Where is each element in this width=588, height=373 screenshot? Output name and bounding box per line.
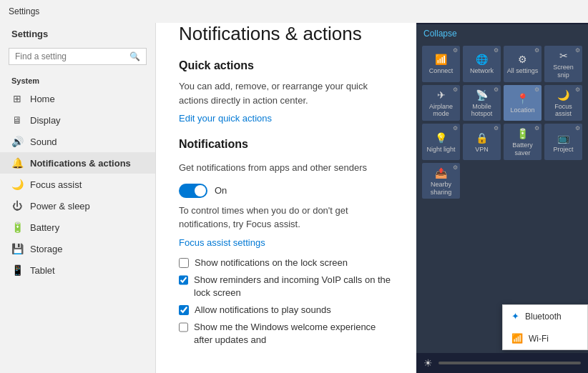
tile-settings-icon: ⚙ — [575, 86, 580, 93]
tile-settings-icon: ⚙ — [534, 86, 539, 93]
sound-icon: 🔊 — [11, 136, 23, 147]
search-input[interactable] — [15, 51, 129, 61]
sounds-checkbox[interactable] — [179, 305, 189, 315]
lock-screen-checkbox[interactable] — [179, 258, 189, 268]
sidebar-item-label: Tablet — [30, 265, 55, 276]
tile-hotspot[interactable]: ⚙ 📡 Mobile hotspot — [463, 85, 501, 121]
notifications-icon: 🔔 — [11, 157, 23, 169]
storage-icon: 💾 — [11, 243, 23, 254]
tile-project-label: Project — [553, 146, 573, 154]
reminders-checkbox[interactable] — [179, 275, 188, 285]
sidebar-item-label: Storage — [30, 244, 63, 254]
tile-settings-icon: ⚙ — [494, 125, 499, 131]
checkboxes-container: Show notifications on the lock screen Sh… — [179, 257, 393, 347]
sidebar-item-storage[interactable]: 💾 Storage — [0, 238, 155, 259]
sidebar-item-label: Battery — [30, 222, 59, 233]
battery-icon: 🔋 — [11, 222, 23, 233]
nearby-sharing-tile-icon: 📤 — [435, 167, 447, 179]
tile-airplane[interactable]: ⚙ ✈ Airplane mode — [422, 85, 460, 121]
tile-connect-label: Connect — [429, 67, 454, 75]
tile-vpn[interactable]: ⚙ 🔒 VPN — [463, 124, 501, 160]
tile-battery-saver-label: Battery saver — [506, 141, 539, 157]
search-box[interactable]: 🔍 — [9, 48, 147, 65]
tile-network-label: Network — [470, 67, 494, 75]
bluetooth-icon: ✦ — [511, 311, 519, 322]
tile-settings-icon: ⚙ — [453, 47, 458, 54]
brightness-icon: ☀ — [423, 357, 433, 369]
sidebar-item-sound[interactable]: 🔊 Sound — [0, 131, 155, 152]
tile-project[interactable]: ⚙ 📺 Project — [544, 124, 582, 160]
welcome-checkbox[interactable] — [179, 322, 188, 332]
sidebar-item-focus[interactable]: 🌙 Focus assist — [0, 174, 155, 195]
tile-night-light[interactable]: ⚙ 💡 Night light — [422, 124, 460, 160]
tile-nearby-sharing-label: Nearby sharing — [425, 181, 457, 197]
tile-focus-assist-label: Focus assist — [547, 103, 579, 119]
collapse-link[interactable]: Collapse — [416, 24, 588, 43]
sidebar-item-home[interactable]: ⊞ Home — [0, 88, 155, 109]
sidebar-item-power[interactable]: ⏻ Power & sleep — [0, 195, 155, 217]
focus-icon: 🌙 — [11, 179, 23, 190]
tile-network[interactable]: ⚙ 🌐 Network — [463, 46, 501, 82]
tile-settings-icon: ⚙ — [453, 125, 458, 131]
airplane-tile-icon: ✈ — [437, 89, 446, 101]
edit-quick-actions-link[interactable]: Edit your quick actions — [179, 113, 272, 124]
sidebar-item-battery[interactable]: 🔋 Battery — [0, 217, 155, 238]
checkbox-row-welcome: Show me the Windows welcome experience a… — [179, 321, 393, 347]
wifi-menu-item[interactable]: 📶 Wi-Fi — [503, 327, 587, 349]
tile-nearby-sharing[interactable]: ⚙ 📤 Nearby sharing — [422, 163, 460, 199]
sidebar-item-notifications[interactable]: 🔔 Notifications & actions — [0, 152, 155, 174]
sidebar-title: Settings — [0, 23, 155, 42]
sidebar-section-label: System — [0, 71, 155, 88]
section-divider: Notifications — [179, 138, 393, 151]
sidebar-item-label: Power & sleep — [30, 201, 90, 212]
tile-focus-assist[interactable]: ⚙ 🌙 Focus assist — [544, 85, 582, 121]
notifications-toggle[interactable] — [179, 184, 207, 198]
vpn-tile-icon: 🔒 — [476, 132, 488, 144]
right-panel: No new notifications Collapse ⚙ 📶 Connec… — [416, 0, 588, 373]
bluetooth-menu-item[interactable]: ✦ Bluetooth — [503, 305, 587, 327]
tile-settings-icon: ⚙ — [453, 164, 458, 171]
focus-assist-link[interactable]: Focus assist settings — [179, 237, 265, 248]
tile-location[interactable]: ⚙ 📍 Location — [504, 85, 542, 121]
tile-battery-saver[interactable]: ⚙ 🔋 Battery saver — [504, 124, 542, 160]
tile-location-label: Location — [510, 106, 534, 114]
bluetooth-label: Bluetooth — [525, 312, 562, 322]
battery-saver-tile-icon: 🔋 — [516, 128, 529, 139]
sidebar-item-label: Sound — [30, 136, 57, 147]
toggle-label: On — [215, 185, 227, 196]
tile-all-settings-label: All settings — [507, 67, 539, 75]
checkbox-row-lock-screen: Show notifications on the lock screen — [179, 257, 393, 269]
sidebar: Settings 🔍 System ⊞ Home 🖥 Display 🔊 Sou… — [0, 0, 156, 373]
tile-connect[interactable]: ⚙ 📶 Connect — [422, 46, 460, 82]
sidebar-item-display[interactable]: 🖥 Display — [0, 109, 155, 131]
tile-settings-icon: ⚙ — [494, 86, 499, 93]
night-light-tile-icon: 💡 — [435, 132, 447, 144]
tile-screen-snip-label: Screen snip — [547, 64, 579, 79]
all-settings-tile-icon: ⚙ — [518, 54, 527, 65]
tile-all-settings[interactable]: ⚙ ⚙ All settings — [504, 46, 542, 82]
tile-settings-icon: ⚙ — [575, 125, 580, 131]
tile-settings-icon: ⚙ — [534, 47, 539, 54]
network-tile-icon: 🌐 — [476, 54, 488, 65]
bluetooth-menu: ✦ Bluetooth 📶 Wi-Fi — [502, 304, 588, 350]
sounds-label: Allow notifications to play sounds — [195, 304, 331, 317]
focus-assist-tile-icon: 🌙 — [557, 89, 569, 101]
tile-hotspot-label: Mobile hotspot — [466, 103, 498, 119]
page-title: Notifications & actions — [179, 23, 393, 45]
project-tile-icon: 📺 — [557, 132, 569, 144]
sidebar-item-label: Focus assist — [30, 179, 82, 190]
tile-night-light-label: Night light — [426, 146, 455, 154]
sidebar-item-tablet[interactable]: 📱 Tablet — [0, 259, 155, 281]
hotspot-tile-icon: 📡 — [476, 89, 488, 101]
tile-settings-icon: ⚙ — [575, 47, 580, 54]
home-icon: ⊞ — [11, 93, 23, 104]
notifications-title: Notifications — [179, 138, 393, 151]
connect-tile-icon: 📶 — [435, 54, 447, 65]
location-tile-icon: 📍 — [516, 93, 529, 104]
app-title: Settings — [9, 6, 39, 16]
quick-actions-grid: ⚙ 📶 Connect ⚙ 🌐 Network ⚙ ⚙ All settings… — [416, 43, 588, 202]
brightness-slider[interactable] — [438, 362, 581, 364]
tile-screen-snip[interactable]: ⚙ ✂ Screen snip — [544, 46, 582, 82]
app-container: Settings 🔍 System ⊞ Home 🖥 Display 🔊 Sou… — [0, 0, 588, 373]
sidebar-item-label: Display — [30, 115, 61, 126]
